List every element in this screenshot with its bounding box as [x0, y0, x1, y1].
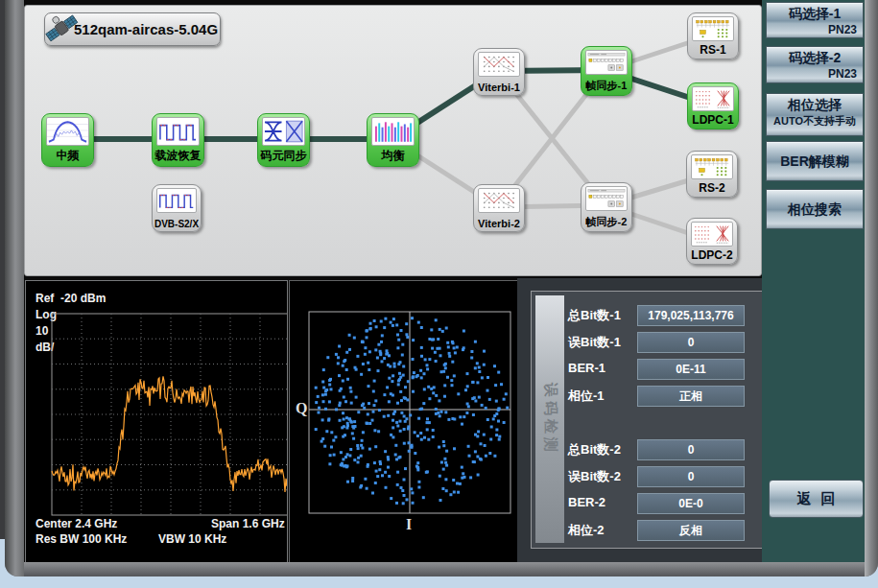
trellis-icon: [478, 188, 520, 213]
scenario-title: 512qam-aircas-5.04G: [74, 13, 218, 45]
error-detection-title: 误码检测: [541, 383, 559, 456]
button-label: 相位选择: [767, 94, 863, 114]
block-equalizer[interactable]: 均衡: [367, 113, 419, 167]
block-frame-sync-2[interactable]: 帧同步-2: [581, 182, 632, 232]
block-label: 码元同步: [261, 148, 307, 164]
block-label: LDPC-1: [692, 113, 733, 127]
block-label: 载波恢复: [155, 148, 202, 164]
ldpc-graph-icon: [691, 222, 733, 247]
ber-1-value: 0E-11: [637, 359, 745, 380]
error-bits-2-value: 0: [637, 466, 745, 487]
scenario-title-button[interactable]: 512qam-aircas-5.04G: [44, 12, 221, 46]
ber-deambiguity-button[interactable]: BER解模糊: [766, 141, 864, 181]
eye-diagram-icon: [262, 117, 305, 146]
block-if[interactable]: 中频: [41, 113, 94, 167]
block-label: LDPC-2: [691, 248, 732, 262]
error-bits-1-label: 误Bit数-1: [568, 334, 639, 351]
rs-code-icon: [691, 154, 733, 179]
window-frame-right: [865, 0, 878, 576]
block-carrier-recovery[interactable]: 载波恢复: [152, 113, 204, 167]
equalizer-bars-icon: [371, 117, 415, 146]
window-frame-bottom: [5, 562, 878, 576]
rbw-label: Res BW 100 KHz: [36, 532, 127, 546]
signal-chain-panel: 512qam-aircas-5.04G 中频 载波恢复: [24, 5, 762, 276]
total-bits-1-label: 总Bit数-1: [568, 307, 639, 324]
window-frame-left: [5, 0, 24, 576]
block-ldpc-2[interactable]: LDPC-2: [686, 218, 738, 265]
frame-sync-icon: [585, 50, 628, 75]
frame-sync-icon: [585, 186, 628, 211]
block-viterbi-2[interactable]: Viterbi-2: [473, 184, 525, 232]
error-detection-side-bar: 误码检测: [535, 295, 564, 543]
button-label: 相位搜索: [767, 190, 863, 228]
button-label: 码选择-1: [767, 3, 863, 23]
button-label: 码选择-2: [767, 47, 863, 67]
phase-2-label: 相位-2: [568, 522, 639, 539]
trellis-icon: [478, 52, 520, 77]
phase-2-value: 反相: [637, 520, 745, 541]
button-label: BER解模糊: [767, 142, 863, 180]
block-label: Viterbi-1: [478, 82, 520, 93]
phase-select-button[interactable]: 相位选择 AUTO不支持手动: [766, 93, 864, 136]
phase-1-value: 正相: [637, 386, 745, 407]
block-label: 帧同步-2: [586, 215, 628, 229]
ldpc-graph-icon: [692, 86, 734, 111]
error-detection-panel: 误码检测 总Bit数-1 179,025,113,776 误Bit数-1 0 B…: [531, 291, 763, 549]
block-label: 帧同步-1: [586, 79, 628, 93]
rs-code-icon: [692, 16, 734, 41]
block-ldpc-1[interactable]: LDPC-1: [687, 82, 739, 129]
button-value: PN23: [767, 67, 863, 81]
button-value: PN23: [767, 23, 863, 36]
constellation-plot: [290, 281, 518, 562]
span-label: Span 1.6 GHz: [211, 517, 285, 530]
ber-2-value: 0E-0: [637, 493, 745, 514]
total-bits-2-value: 0: [637, 439, 745, 460]
block-rs-2[interactable]: RS-2: [686, 151, 738, 198]
error-bits-1-value: 0: [637, 332, 745, 353]
vbw-label: VBW 10 KHz: [158, 532, 226, 546]
block-viterbi-1[interactable]: Viterbi-1: [473, 48, 525, 96]
constellation-panel: Q I: [289, 280, 519, 563]
block-label: RS-1: [700, 43, 725, 57]
control-sidebar: 码选择-1 PN23 码选择-2 PN23 相位选择 AUTO不支持手动 BER…: [762, 0, 866, 562]
block-label: DVB-S2/X: [154, 219, 199, 229]
spectrum-trace: [52, 376, 287, 492]
button-value: AUTO不支持手动: [767, 114, 863, 129]
ber-1-label: BER-1: [568, 361, 639, 375]
error-bits-2-label: 误Bit数-2: [568, 468, 639, 485]
block-rs-1[interactable]: RS-1: [687, 12, 739, 59]
code-select-2-button[interactable]: 码选择-2 PN23: [766, 46, 864, 83]
spectrum-analyzer-panel: Ref -20 dBm Log 10 dB/ Center 2.4 GHz Sp…: [25, 280, 288, 563]
block-label: RS-2: [699, 181, 724, 195]
total-bits-2-label: 总Bit数-2: [568, 441, 639, 459]
total-bits-1-value: 179,025,113,776: [637, 305, 745, 326]
block-frame-sync-1[interactable]: 帧同步-1: [581, 46, 632, 96]
block-label: 中频: [57, 148, 80, 164]
block-label: Viterbi-2: [478, 218, 520, 229]
spectrum-hump-icon: [46, 117, 89, 146]
code-select-1-button[interactable]: 码选择-1 PN23: [766, 2, 864, 38]
phase-search-button[interactable]: 相位搜索: [766, 189, 864, 229]
block-label: 均衡: [382, 148, 405, 164]
return-button[interactable]: 返回: [769, 480, 864, 518]
center-freq-label: Center 2.4 GHz: [36, 517, 117, 530]
ber-2-label: BER-2: [568, 495, 639, 509]
square-wave-icon: [156, 117, 200, 146]
phase-1-label: 相位-1: [568, 388, 639, 405]
block-symbol-sync[interactable]: 码元同步: [257, 113, 310, 167]
block-dvb-s2x[interactable]: DVB-S2/X: [152, 184, 202, 232]
square-wave-icon: [156, 188, 197, 213]
